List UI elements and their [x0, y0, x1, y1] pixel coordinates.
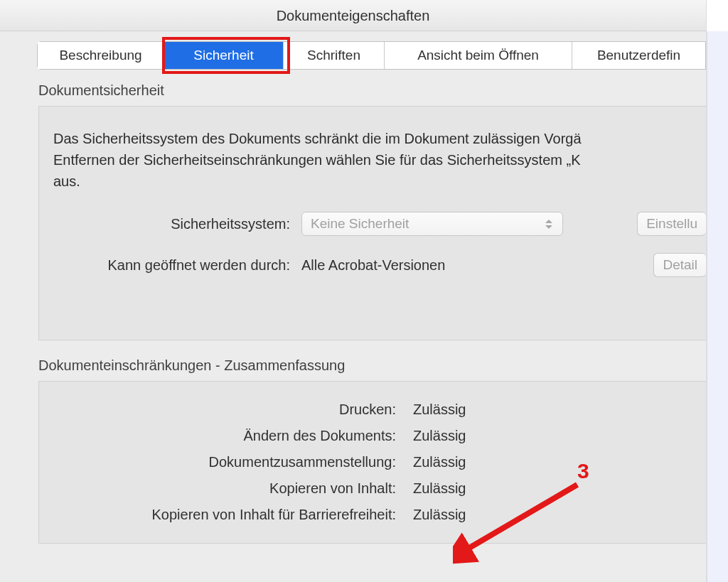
- restriction-row: Ändern des Dokuments: Zulässig: [39, 428, 706, 444]
- button-settings[interactable]: Einstellu: [637, 212, 706, 236]
- select-security-system[interactable]: Keine Sicherheit: [301, 212, 563, 236]
- label-security-system: Sicherheitssystem:: [39, 216, 290, 232]
- tab-benutzerdefiniert[interactable]: Benutzerdefin: [572, 42, 705, 69]
- group-restrictions-summary: Drucken: Zulässig Ändern des Dokuments: …: [38, 381, 706, 544]
- restriction-value: Zulässig: [413, 507, 466, 523]
- restriction-row: Drucken: Zulässig: [39, 402, 706, 418]
- tab-bar: Beschreibung Sicherheit Schriften Ansich…: [37, 41, 706, 70]
- restriction-row: Dokumentzusammenstellung: Zulässig: [39, 454, 706, 470]
- group-document-security: Das Sicherheitssystem des Dokuments schr…: [38, 106, 706, 340]
- chevron-updown-icon: [541, 215, 557, 232]
- restriction-label: Dokumentzusammenstellung:: [39, 454, 396, 470]
- restriction-label: Kopieren von Inhalt:: [39, 480, 396, 497]
- restriction-row: Kopieren von Inhalt für Barrierefreiheit…: [39, 507, 706, 523]
- tab-ansicht-beim-oeffnen[interactable]: Ansicht beim Öffnen: [385, 42, 572, 69]
- button-details[interactable]: Detail: [653, 253, 706, 277]
- restriction-value: Zulässig: [413, 480, 466, 497]
- security-description: Das Sicherheitssystem des Dokuments schr…: [39, 128, 706, 192]
- group-title-security: Dokumentsicherheit: [38, 82, 706, 99]
- restriction-label: Ändern des Dokuments:: [39, 428, 396, 444]
- tab-sicherheit[interactable]: Sicherheit: [164, 42, 284, 69]
- side-panel-strip: [707, 31, 728, 582]
- restriction-row: Kopieren von Inhalt: Zulässig: [39, 480, 706, 497]
- tab-beschreibung[interactable]: Beschreibung: [38, 42, 164, 69]
- annotation-number: 3: [577, 459, 589, 483]
- window-title: Dokumenteigenschaften: [0, 0, 706, 31]
- restriction-value: Zulässig: [413, 428, 466, 444]
- value-can-open: Alle Acrobat-Versionen: [301, 257, 445, 274]
- select-security-system-value: Keine Sicherheit: [311, 216, 409, 232]
- restriction-label: Drucken:: [39, 402, 396, 418]
- restriction-value: Zulässig: [413, 454, 466, 470]
- document-properties-window: Dokumenteigenschaften Beschreibung Siche…: [0, 0, 707, 582]
- restriction-label: Kopieren von Inhalt für Barrierefreiheit…: [39, 507, 396, 523]
- label-can-open: Kann geöffnet werden durch:: [39, 257, 290, 274]
- group-title-restrictions: Dokumenteinschränkungen - Zusammenfassun…: [38, 357, 706, 374]
- restriction-value: Zulässig: [413, 402, 466, 418]
- tab-schriften[interactable]: Schriften: [284, 42, 385, 69]
